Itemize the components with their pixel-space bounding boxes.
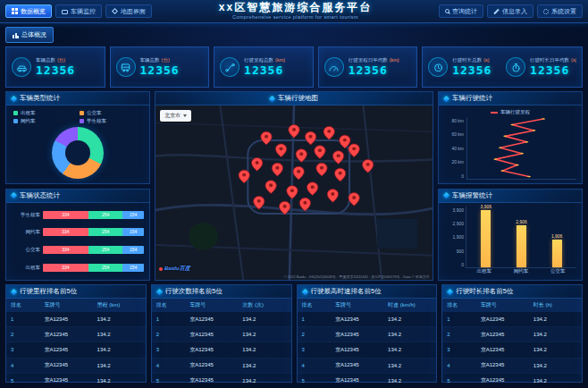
panel-title: 车辆类型统计 [6,92,149,105]
alarm-yticks: 3,9002,9001,9009000 [444,207,464,269]
city-selector[interactable]: 北京市 [160,110,191,122]
vehicle-type-legend: 出租车公交车网约车学生校车 [12,109,144,127]
vehicle-status-rows: 学生校车334254154网约车334254154公交车334254154出租车… [6,203,149,281]
ranking-table: 排名车牌号里程 (km)1京A12345134.22京A12345134.23京… [6,299,146,388]
alarm-bar [552,240,562,267]
panel-title-text: 行驶次数排名前5位 [165,287,223,296]
stat-label: 行驶里程日平均数 [349,57,388,63]
monitor-icon [62,10,68,14]
car-icon [12,57,31,77]
bar-value-label: 2,906 [516,219,527,224]
nav-label: 车辆监控 [71,8,96,14]
panel-ranking-duration: 行驶时长排名前5位 排名车牌号时长 (h)1京A12345134.22京A123… [441,284,583,383]
ranking-table: 排名车牌号次数 (次)1京A12345134.22京A12345134.23京A… [152,299,291,388]
table-header-cell: 排名 [6,299,39,312]
panel-title: 行驶次数排名前5位 [152,285,291,299]
panel-title-text: 车辆状态统计 [20,191,60,200]
panel-ranking-top-speed: 行驶最高时速排名前5位 排名车牌号时速 (km/h)1京A12345134.22… [297,284,438,383]
line-legend: 车辆行驶里程 [444,109,576,117]
panel-title: 车辆报警统计 [439,190,582,203]
status-row: 学生校车334254154 [12,207,144,224]
panel-title-text: 行驶时长排名前5位 [456,287,513,296]
panel-title: 行驶里程排名前5位 [6,285,146,299]
alarm-bar-column: 3,906 [476,207,496,268]
panel-title-text: 车辆行驶地图 [278,94,318,103]
ranking-tables-row: 行驶里程排名前5位 排名车牌号里程 (km)1京A12345134.22京A12… [0,281,588,388]
baidu-dot-icon [159,267,163,271]
table-row: 3京A12345134.2 [152,342,291,358]
table-row: 5京A12345134.2 [6,373,146,388]
legend-item: 网约车 [13,118,76,124]
map-image[interactable] [155,105,433,280]
diamond-icon [443,192,449,198]
table-row: 3京A12345134.2 [6,342,146,358]
panel-alarm-stats: 车辆报警统计 3,9002,9001,9009000 3,9062,9061,9… [438,189,583,282]
panel-title-text: 车辆类型统计 [20,94,60,103]
panel-title: 车辆状态统计 [6,190,149,203]
page-title: xx区智慧旅游综合服务平台 [155,2,435,14]
stat-duration-total: 行驶时长总数(s) 12356 [428,57,499,77]
table-row: 5京A12345134.2 [442,373,582,388]
bar-category-label: 公交车 [550,268,566,276]
alarm-bar-column: 2,906 [511,207,531,268]
legend-item: 公交车 [80,110,142,116]
baidu-logo-text: Baidu百度 [164,265,190,273]
panel-driving-map: 车辆行驶地图 [155,91,433,281]
center-column: 车辆行驶地图 [155,91,433,281]
stat-card-vehicle-total-2: 车辆总数(台) 12356 [110,46,210,88]
table-row: 4京A12345134.2 [442,358,582,373]
stat-value: 12356 [530,63,576,78]
nav-data-overview[interactable]: 数据概览 [5,4,52,18]
stat-duration-average: 行驶时长日平均数(s) 12356 [506,57,576,77]
ranking-table: 排名车牌号时速 (km/h)1京A12345134.22京A12345134.2… [298,299,437,388]
table-row: 3京A12345134.2 [298,342,437,358]
ranking-table: 排名车牌号时长 (h)1京A12345134.22京A12345134.23京A… [442,299,582,388]
stat-label: 车辆总数 [140,57,160,63]
nav-label: 数据概览 [21,8,46,14]
stat-value: 12356 [140,63,180,78]
panel-title-text: 车辆报警统计 [452,191,492,200]
table-row: 4京A12345134.2 [152,358,291,373]
grid-icon [12,8,18,14]
panel-title-text: 车辆行驶统计 [452,94,492,103]
nav-vehicle-monitoring[interactable]: 车辆监控 [55,4,102,18]
gear-icon [543,9,549,14]
table-row: 2京A12345134.2 [6,327,146,342]
nav-system-settings[interactable]: 系统设置 [537,4,583,18]
baidu-logo: Baidu百度 [159,265,190,273]
stat-unit: (km) [390,57,399,63]
vehicle-type-donut [52,127,104,179]
diamond-icon [269,95,275,101]
nav-label: 查询统计 [452,8,477,14]
table-header-cell: 车牌号 [331,299,383,312]
line-chart-svg [466,117,576,180]
table-header-cell: 车牌号 [39,299,92,312]
pencil-icon [493,8,499,13]
alarm-bar-column: 1,906 [547,207,567,268]
clock-icon [428,57,448,77]
nav-data-entry[interactable]: 信息录入 [487,4,533,18]
stat-card-daily-avg-mileage: 行驶里程日平均数(km) 12356 [318,46,418,88]
table-header-cell: 排名 [298,299,331,312]
stat-unit: (km) [275,57,285,63]
stat-cards-row: 车辆总数(台) 12356 车辆总数(台) 12356 行驶里程总数(km) 1… [0,43,588,88]
tab-overview[interactable]: 总体概况 [5,27,54,43]
middle-section: 车辆类型统计 出租车公交车网约车学生校车 车辆状态统计 学生校车33425415… [0,88,588,281]
stat-unit: (台) [162,57,170,63]
stat-value: 12356 [36,63,75,78]
search-icon [445,9,449,13]
nav-map-view[interactable]: 地图界面 [105,4,152,18]
nav-query-stats[interactable]: 查询统计 [439,4,483,18]
diamond-icon [301,288,307,294]
status-row: 出租车334254154 [12,258,144,276]
stat-unit: (s) [483,57,489,63]
panel-vehicle-status-stats: 车辆状态统计 学生校车334254154网约车334254154公交车33425… [5,189,150,282]
legend-item: 学生校车 [80,118,142,124]
nav-label: 系统设置 [551,8,576,14]
table-row: 2京A12345134.2 [298,327,437,342]
nav-right: 查询统计 信息录入 系统设置 [439,4,583,18]
table-row: 1京A12345134.2 [442,312,582,327]
panel-title: 行驶时长排名前5位 [442,285,582,299]
map-canvas[interactable]: 北京市 Baidu百度 © 2021 Baidu - GS(2021)6026号… [155,105,433,280]
table-header-cell: 时长 (h) [529,299,582,312]
